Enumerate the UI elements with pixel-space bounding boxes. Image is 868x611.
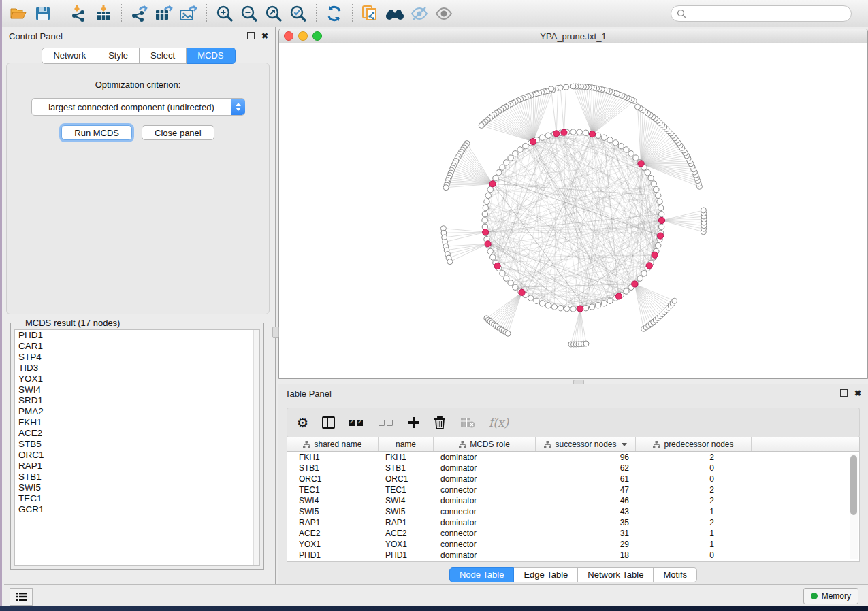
run-mcds-button[interactable]: Run MCDS bbox=[61, 125, 132, 140]
column-header-name[interactable]: name bbox=[379, 437, 434, 451]
import-network-icon[interactable] bbox=[67, 2, 91, 25]
graph-hub-node[interactable] bbox=[561, 129, 567, 135]
graph-node[interactable] bbox=[487, 248, 493, 254]
graph-hub-node[interactable] bbox=[553, 131, 560, 137]
graph-node[interactable] bbox=[570, 129, 576, 135]
graph-node[interactable] bbox=[513, 284, 518, 290]
graph-hub-node[interactable] bbox=[485, 241, 491, 247]
tab-network-table[interactable]: Network Table bbox=[578, 567, 654, 582]
graph-node[interactable] bbox=[637, 276, 643, 281]
open-file-icon[interactable] bbox=[6, 2, 31, 25]
search-input[interactable] bbox=[690, 8, 846, 19]
tab-edge-table[interactable]: Edge Table bbox=[514, 567, 578, 582]
network-window-titlebar[interactable]: YPA_prune.txt_1 bbox=[279, 29, 867, 44]
column-header-predecessor-nodes[interactable]: predecessor nodes bbox=[636, 437, 752, 451]
graph-node[interactable] bbox=[483, 205, 488, 210]
mcds-result-item[interactable]: STP4 bbox=[15, 352, 259, 363]
graph-node[interactable] bbox=[595, 133, 600, 138]
show-columns-icon[interactable] bbox=[322, 416, 335, 429]
graph-node[interactable] bbox=[658, 205, 663, 210]
table-row[interactable]: SWI4SWI4dominator462 bbox=[287, 495, 859, 506]
graph-node[interactable] bbox=[558, 305, 563, 310]
graph-node[interactable] bbox=[504, 276, 509, 281]
graph-hub-node[interactable] bbox=[657, 233, 663, 239]
zoom-fit-icon[interactable] bbox=[261, 2, 286, 25]
graph-node[interactable] bbox=[505, 331, 511, 336]
graph-node[interactable] bbox=[607, 298, 613, 303]
graph-node[interactable] bbox=[628, 151, 634, 156]
graph-hub-node[interactable] bbox=[494, 263, 500, 269]
graph-node[interactable] bbox=[487, 186, 493, 192]
mcds-result-item[interactable]: PMA2 bbox=[15, 406, 259, 417]
mcds-result-item[interactable]: FKH1 bbox=[15, 417, 259, 428]
show-all-icon[interactable] bbox=[432, 2, 456, 25]
table-row[interactable]: ACE2ACE2connector311 bbox=[287, 528, 859, 539]
graph-node[interactable] bbox=[558, 85, 563, 90]
criterion-dropdown[interactable]: largest connected component (undirected) bbox=[31, 98, 245, 116]
column-header-successor-nodes[interactable]: successor nodes bbox=[536, 437, 636, 451]
graph-node[interactable] bbox=[528, 295, 533, 301]
float-panel-icon[interactable] bbox=[247, 32, 255, 41]
graph-node[interactable] bbox=[443, 185, 449, 191]
table-row[interactable]: STB1STB1dominator620 bbox=[287, 463, 859, 474]
export-network-icon[interactable] bbox=[127, 2, 152, 25]
node-table[interactable]: shared name name MCDS role successor nod… bbox=[287, 437, 860, 562]
graph-hub-node[interactable] bbox=[519, 289, 525, 295]
column-header-mcds-role[interactable]: MCDS role bbox=[434, 437, 536, 451]
mcds-result-item[interactable]: YOX1 bbox=[15, 374, 259, 384]
graph-hub-node[interactable] bbox=[615, 293, 622, 299]
graph-node[interactable] bbox=[564, 306, 570, 311]
graph-hub-node[interactable] bbox=[658, 217, 664, 223]
import-table-icon[interactable] bbox=[91, 2, 116, 25]
memory-button[interactable]: Memory bbox=[803, 588, 858, 604]
deselect-all-rows-icon[interactable] bbox=[379, 420, 395, 426]
graph-hub-node[interactable] bbox=[632, 281, 638, 287]
graph-node[interactable] bbox=[485, 193, 491, 198]
horizontal-splitter[interactable] bbox=[278, 379, 868, 384]
graph-node[interactable] bbox=[539, 301, 545, 306]
graph-node[interactable] bbox=[482, 218, 487, 223]
zoom-in-icon[interactable] bbox=[212, 2, 237, 25]
mcds-result-item[interactable]: SRD1 bbox=[15, 395, 259, 406]
mcds-result-item[interactable]: TID3 bbox=[15, 363, 259, 374]
graph-node[interactable] bbox=[601, 301, 607, 306]
vertical-splitter-handle[interactable] bbox=[272, 327, 279, 338]
graph-hub-node[interactable] bbox=[577, 306, 583, 312]
tab-network[interactable]: Network bbox=[42, 48, 97, 64]
graph-node[interactable] bbox=[633, 155, 639, 161]
graph-node[interactable] bbox=[701, 208, 706, 213]
list-scrollbar[interactable] bbox=[253, 330, 259, 565]
graph-node[interactable] bbox=[500, 165, 505, 170]
graph-node[interactable] bbox=[595, 303, 600, 308]
graph-node[interactable] bbox=[658, 224, 664, 229]
mcds-result-item[interactable]: GCR1 bbox=[15, 504, 259, 515]
search-box[interactable] bbox=[671, 5, 852, 22]
graph-node[interactable] bbox=[657, 199, 662, 204]
mcds-result-item[interactable]: PHD1 bbox=[15, 330, 259, 341]
table-scrollbar-thumb[interactable] bbox=[850, 455, 857, 515]
graph-node[interactable] bbox=[545, 303, 551, 308]
graph-hub-node[interactable] bbox=[652, 252, 658, 258]
graph-node[interactable] bbox=[534, 298, 539, 303]
graph-node[interactable] bbox=[484, 199, 489, 204]
graph-node[interactable] bbox=[551, 304, 557, 310]
graph-node[interactable] bbox=[651, 181, 656, 186]
graph-node[interactable] bbox=[500, 271, 505, 276]
graph-node[interactable] bbox=[635, 104, 641, 110]
mcds-result-item[interactable]: RAP1 bbox=[15, 461, 259, 472]
graph-node[interactable] bbox=[624, 288, 629, 294]
table-scrollbar[interactable] bbox=[850, 454, 858, 559]
graph-node[interactable] bbox=[583, 341, 589, 346]
graph-node[interactable] bbox=[618, 143, 624, 148]
graph-node[interactable] bbox=[656, 193, 661, 198]
graph-node[interactable] bbox=[493, 175, 498, 180]
add-column-icon[interactable] bbox=[408, 417, 419, 428]
graph-node[interactable] bbox=[613, 140, 618, 146]
graph-node[interactable] bbox=[641, 271, 647, 276]
new-network-from-selection-icon[interactable] bbox=[358, 2, 383, 25]
delete-column-icon[interactable] bbox=[433, 415, 447, 430]
close-panel-icon[interactable]: ✖ bbox=[854, 389, 861, 397]
graph-node[interactable] bbox=[583, 130, 588, 135]
graph-hub-node[interactable] bbox=[483, 229, 489, 235]
float-panel-icon[interactable] bbox=[840, 389, 848, 398]
